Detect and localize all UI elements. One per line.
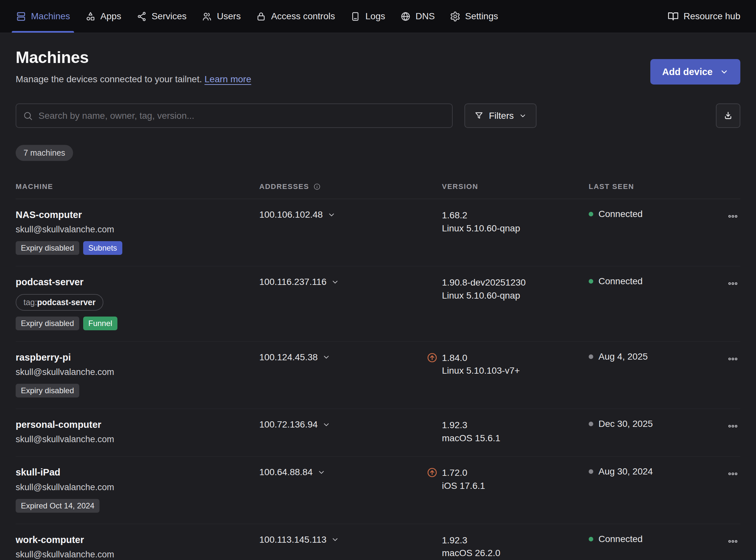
- machine-name[interactable]: NAS-computer: [16, 209, 259, 221]
- machine-count-badge: 7 machines: [16, 145, 73, 161]
- machine-address: 100.116.237.116: [259, 276, 327, 288]
- address-dropdown[interactable]: 100.106.102.48: [259, 209, 336, 221]
- machine-badges: Expiry disabled: [16, 384, 259, 398]
- page-header: Machines Manage the devices connected to…: [16, 48, 740, 84]
- machine-badge: Subnets: [83, 241, 122, 255]
- lock-icon: [256, 11, 267, 22]
- address-dropdown[interactable]: 100.124.45.38: [259, 352, 330, 363]
- address-dropdown[interactable]: 100.116.237.116: [259, 276, 339, 288]
- ellipsis-icon: [727, 421, 738, 432]
- status-dot: [589, 537, 593, 541]
- machine-badge: Expiry disabled: [16, 384, 79, 398]
- download-button[interactable]: [716, 103, 740, 128]
- last-seen-text: Connected: [598, 209, 643, 219]
- search-input[interactable]: [16, 103, 453, 128]
- machine-address: 100.113.145.113: [259, 534, 327, 546]
- nav-tab-users[interactable]: Users: [202, 0, 241, 33]
- chevron-down-icon: [322, 353, 330, 361]
- machine-row: personal-computer skull@skullvalanche.co…: [16, 409, 740, 457]
- ellipsis-icon: [727, 536, 738, 547]
- learn-more-link[interactable]: Learn more: [205, 74, 251, 84]
- chevron-down-icon: [331, 536, 339, 544]
- machine-badges: Expiry disabledFunnel: [16, 317, 259, 330]
- main-content: Machines Manage the devices connected to…: [0, 48, 756, 560]
- machine-address: 100.72.136.94: [259, 419, 318, 431]
- last-seen-text: Aug 30, 2024: [598, 466, 653, 477]
- machine-address: 100.124.45.38: [259, 352, 318, 363]
- machine-name[interactable]: podcast-server: [16, 276, 259, 288]
- machine-name[interactable]: work-computer: [16, 534, 259, 546]
- chevron-down-icon: [317, 468, 326, 477]
- row-menu-button[interactable]: [725, 276, 740, 291]
- column-version: VERSION: [442, 182, 589, 191]
- machine-os: Linux 5.10.103-v7+: [442, 364, 589, 377]
- services-icon: [136, 11, 147, 22]
- column-addresses: ADDRESSES: [259, 182, 442, 191]
- status-dot: [589, 279, 593, 284]
- machine-os: iOS 17.6.1: [442, 479, 589, 493]
- address-dropdown[interactable]: 100.113.145.113: [259, 534, 339, 546]
- machine-name[interactable]: skull-iPad: [16, 466, 259, 478]
- machine-version: 1.72.0: [442, 466, 589, 479]
- server-icon: [16, 11, 26, 22]
- machine-owner: skull@skullvalanche.com: [16, 224, 259, 235]
- ellipsis-icon: [727, 211, 738, 222]
- globe-icon: [400, 11, 411, 22]
- last-seen-text: Dec 30, 2025: [598, 419, 653, 429]
- update-available-icon: [426, 467, 438, 478]
- table-header: MACHINE ADDRESSES VERSION LAST SEEN: [16, 182, 740, 199]
- machine-tag: tag:podcast-server: [16, 294, 103, 311]
- toolbar: Filters: [16, 103, 740, 128]
- last-seen-text: Connected: [598, 276, 643, 286]
- resource-hub-button[interactable]: Resource hub: [668, 0, 740, 33]
- add-device-button[interactable]: Add device: [650, 59, 740, 84]
- page-title: Machines: [16, 48, 251, 67]
- ellipsis-icon: [727, 354, 738, 364]
- status-dot: [589, 469, 593, 474]
- row-menu-button[interactable]: [725, 209, 740, 224]
- machine-version: 1.84.0: [442, 352, 589, 364]
- info-icon[interactable]: [313, 183, 321, 191]
- nav-tab-apps[interactable]: Apps: [85, 0, 121, 33]
- row-menu-button[interactable]: [725, 352, 740, 366]
- machine-row: skull-iPad skull@skullvalanche.com Expir…: [16, 457, 740, 524]
- nav-tab-logs[interactable]: Logs: [350, 0, 385, 33]
- resource-hub-label: Resource hub: [684, 11, 740, 22]
- machine-owner: skull@skullvalanche.com: [16, 366, 259, 378]
- column-machine: MACHINE: [16, 182, 259, 191]
- machine-row: NAS-computer skull@skullvalanche.com Exp…: [16, 199, 740, 266]
- address-dropdown[interactable]: 100.64.88.84: [259, 466, 326, 478]
- last-seen-text: Aug 4, 2025: [598, 352, 648, 362]
- chevron-down-icon: [519, 112, 527, 120]
- nav-tab-settings[interactable]: Settings: [450, 0, 498, 33]
- machine-os: macOS 15.6.1: [442, 432, 589, 445]
- machine-name[interactable]: personal-computer: [16, 419, 259, 431]
- logs-icon: [350, 11, 361, 22]
- nav-tab-access-controls[interactable]: Access controls: [256, 0, 335, 33]
- row-menu-button[interactable]: [725, 534, 740, 549]
- gear-icon: [450, 11, 461, 22]
- ellipsis-icon: [727, 468, 738, 479]
- machine-name[interactable]: raspberry-pi: [16, 352, 259, 363]
- page-subtitle: Manage the devices connected to your tai…: [16, 74, 251, 84]
- machine-owner: skull@skullvalanche.com: [16, 434, 259, 445]
- machine-version: 1.68.2: [442, 209, 589, 222]
- machine-badge: Expiry disabled: [16, 241, 79, 255]
- nav-tabs: Machines Apps Services Users Access cont…: [16, 0, 513, 33]
- update-available-icon: [426, 352, 438, 363]
- machine-badge: Expired Oct 14, 2024: [16, 499, 100, 513]
- address-dropdown[interactable]: 100.72.136.94: [259, 419, 330, 431]
- chevron-down-icon: [322, 421, 330, 429]
- row-menu-button[interactable]: [725, 419, 740, 434]
- nav-tab-services[interactable]: Services: [136, 0, 187, 33]
- nav-tab-machines[interactable]: Machines: [16, 0, 70, 33]
- machine-owner: skull@skullvalanche.com: [16, 482, 259, 493]
- row-menu-button[interactable]: [725, 466, 740, 481]
- machine-owner: skull@skullvalanche.com: [16, 549, 259, 560]
- filters-button[interactable]: Filters: [464, 103, 537, 128]
- apps-icon: [85, 11, 96, 22]
- machine-badges: Expiry disabledSubnets: [16, 241, 259, 255]
- machine-row: podcast-server tag:podcast-server Expiry…: [16, 266, 740, 341]
- machine-os: Linux 5.10.60-qnap: [442, 222, 589, 235]
- nav-tab-dns[interactable]: DNS: [400, 0, 435, 33]
